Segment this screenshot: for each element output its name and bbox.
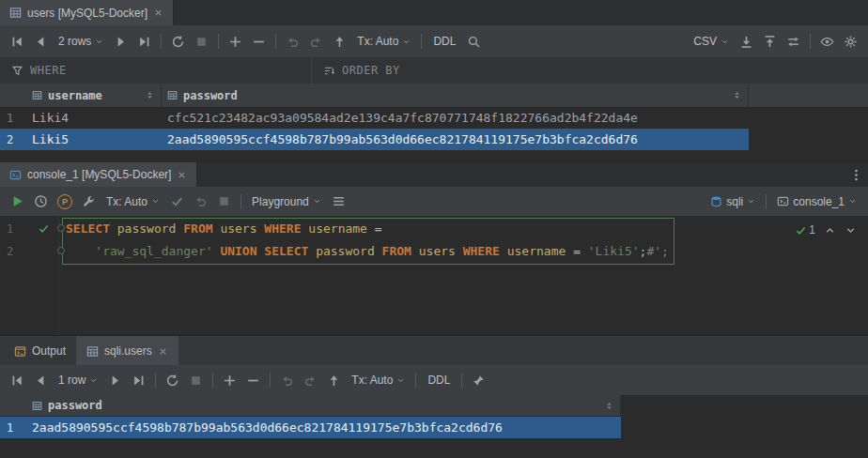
add-row-icon[interactable]	[228, 35, 242, 49]
row-number: 1	[0, 421, 26, 435]
undo-icon[interactable]	[280, 374, 294, 388]
toolbar-right-group: CSV	[688, 25, 862, 57]
stop-icon[interactable]	[217, 194, 231, 208]
profiler-icon[interactable]: P	[57, 194, 72, 209]
tab-users-table[interactable]: users [MySQL5-Docker]	[0, 0, 174, 25]
tab-sqli-users[interactable]: sqli.users	[76, 336, 178, 366]
console-toolbar-left: P Tx: Auto Playground	[6, 187, 350, 216]
table-row-selected[interactable]: 2 Liki5 2aad5890595ccf4598b787b99ab563d0…	[0, 129, 749, 150]
nav-last-icon[interactable]	[137, 35, 151, 49]
column-header-password[interactable]: password	[162, 84, 749, 107]
export-icon[interactable]	[739, 35, 753, 49]
nav-last-icon[interactable]	[132, 374, 146, 388]
close-icon[interactable]	[153, 8, 163, 18]
nav-next-icon[interactable]	[108, 374, 122, 388]
cell-password[interactable]: 2aad5890595ccf4598b787b99ab563d0d66ec821…	[162, 132, 749, 146]
nav-first-icon[interactable]	[10, 374, 24, 388]
console-session-dropdown[interactable]: console_1	[771, 195, 862, 208]
chevron-down-icon[interactable]	[845, 224, 857, 237]
sql-editor[interactable]: 1 SELECT password FROM users WHERE usern…	[0, 216, 868, 335]
export-format-dropdown[interactable]: CSV	[688, 35, 735, 48]
pin-icon[interactable]	[472, 374, 486, 388]
chevron-down-icon	[313, 197, 321, 206]
separator	[270, 373, 271, 388]
cell-username[interactable]: Liki4	[26, 111, 162, 125]
kebab-menu-icon[interactable]	[849, 168, 863, 182]
ddl-button[interactable]: DDL	[421, 374, 457, 387]
stop-icon[interactable]	[194, 35, 209, 49]
nav-first-icon[interactable]	[10, 35, 24, 49]
sort-arrows-icon[interactable]	[604, 401, 614, 411]
stop-icon[interactable]	[189, 374, 203, 388]
tab-title: users [MySQL5-Docker]	[27, 7, 147, 20]
refresh-icon[interactable]	[171, 35, 185, 49]
order-by-filter-input[interactable]: ORDER BY	[312, 57, 411, 84]
column-header-password[interactable]: password	[26, 395, 621, 416]
separator	[275, 34, 276, 49]
add-row-icon[interactable]	[223, 374, 237, 388]
tab-console-1[interactable]: console_1 [MySQL5-Docker]	[0, 162, 197, 187]
submit-icon[interactable]	[327, 374, 341, 388]
schema-dropdown[interactable]: sqli	[705, 195, 761, 208]
rollback-icon[interactable]	[194, 194, 208, 208]
settings-gear-icon[interactable]	[844, 35, 858, 49]
submit-icon[interactable]	[333, 35, 347, 49]
chevron-up-icon[interactable]	[824, 224, 836, 237]
delete-row-icon[interactable]	[252, 35, 266, 49]
table-row[interactable]: 1 Liki4 cfc521c23482ac93a09584ad2e139c4a…	[0, 107, 868, 129]
cell-username[interactable]: Liki5	[26, 132, 162, 146]
delete-row-icon[interactable]	[246, 374, 260, 388]
ddl-button[interactable]: DDL	[426, 35, 462, 48]
exec-success-counter: 1	[795, 223, 815, 237]
import-icon[interactable]	[763, 35, 777, 49]
results-toolbar-left: 1 row Tx: Auto DDL	[6, 365, 490, 395]
console-toolbar: P Tx: Auto Playground sqli console_1	[0, 187, 868, 217]
cell-password[interactable]: 2aad5890595ccf4598b787b99ab563d0d66ec821…	[26, 420, 621, 435]
rows-count-dropdown[interactable]: 1 row	[53, 374, 103, 387]
sort-arrows-icon[interactable]	[732, 90, 742, 100]
separator	[766, 194, 767, 209]
search-icon[interactable]	[467, 35, 481, 49]
history-clock-icon[interactable]	[34, 194, 48, 208]
row-number-header	[0, 84, 26, 107]
rows-count-dropdown[interactable]: 2 rows	[53, 35, 109, 48]
nav-next-icon[interactable]	[114, 35, 128, 49]
redo-icon[interactable]	[309, 35, 323, 49]
playground-dropdown[interactable]: Playground	[246, 195, 327, 208]
compare-icon[interactable]	[786, 35, 800, 49]
nav-prev-icon[interactable]	[34, 35, 48, 49]
chevron-down-icon	[151, 197, 160, 206]
commit-check-icon[interactable]	[170, 194, 184, 208]
cell-password[interactable]: cfc521c23482ac93a09584ad2e139c4a7fc87077…	[162, 111, 749, 125]
preview-eye-icon[interactable]	[820, 35, 834, 49]
table-row-selected[interactable]: 1 2aad5890595ccf4598b787b99ab563d0d66ec8…	[0, 417, 621, 438]
redo-icon[interactable]	[303, 374, 318, 388]
separator	[461, 373, 462, 388]
playground-list-icon[interactable]	[332, 194, 346, 208]
undo-icon[interactable]	[286, 35, 300, 49]
filter-funnel-icon	[11, 65, 23, 77]
grid-header: username password	[0, 84, 868, 108]
where-filter-input[interactable]: WHERE	[0, 57, 312, 84]
nav-prev-icon[interactable]	[34, 374, 48, 388]
tx-mode-dropdown[interactable]: Tx: Auto	[346, 374, 411, 387]
code-line[interactable]: SELECT password FROM users WHERE usernam…	[66, 218, 382, 240]
sort-arrows-icon[interactable]	[145, 90, 155, 100]
run-icon[interactable]	[10, 194, 24, 208]
rows-count-label: 1 row	[58, 374, 85, 387]
tab-label: sqli.users	[104, 344, 152, 358]
playground-label: Playground	[252, 195, 309, 208]
close-icon[interactable]	[177, 170, 187, 180]
editor-tab-bar: users [MySQL5-Docker]	[0, 0, 868, 26]
code-line[interactable]: 'raw_sql_danger' UNION SELECT password F…	[66, 240, 669, 263]
tx-mode-dropdown[interactable]: Tx: Auto	[351, 35, 416, 48]
close-icon[interactable]	[158, 346, 168, 357]
refresh-icon[interactable]	[165, 374, 179, 388]
column-name: username	[48, 89, 102, 102]
column-icon	[167, 90, 178, 100]
tab-output[interactable]: Output	[4, 336, 76, 366]
tx-mode-dropdown[interactable]: Tx: Auto	[101, 195, 165, 208]
wrench-icon[interactable]	[82, 194, 96, 208]
column-header-username[interactable]: username	[26, 84, 162, 107]
separator	[155, 373, 156, 388]
